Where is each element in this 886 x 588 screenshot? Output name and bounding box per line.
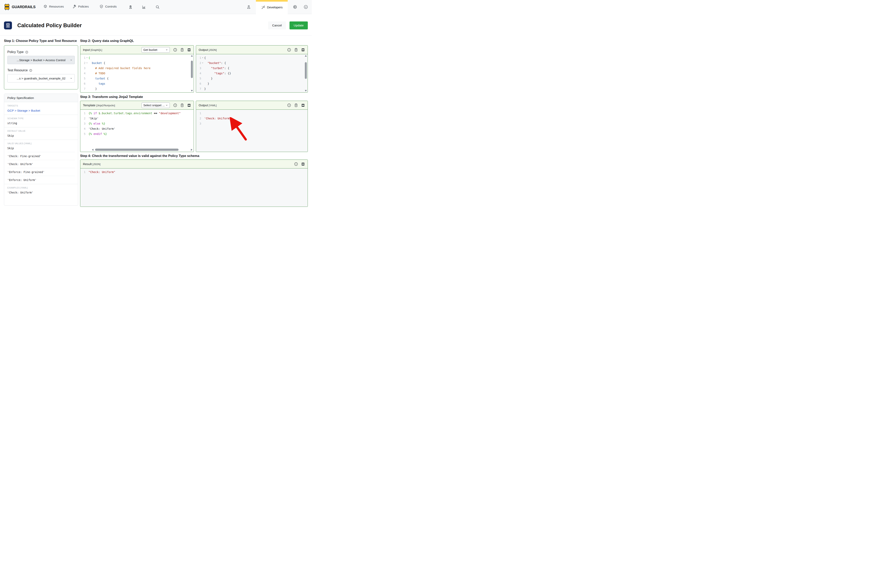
scroll-thumb[interactable] xyxy=(305,62,307,79)
chevron-down-circle-icon[interactable] xyxy=(304,5,308,9)
fold-arrow-icon[interactable]: ▾ xyxy=(201,60,204,66)
chevron-down-icon xyxy=(165,104,168,106)
scroll-right-arrow[interactable] xyxy=(191,149,193,151)
step1-heading: Step 1: Choose Policy Type and Test Reso… xyxy=(4,39,77,43)
header-divider xyxy=(0,35,312,36)
scroll-thumb[interactable] xyxy=(95,148,179,151)
policy-type-value: ...Storage > Bucket > Access Control xyxy=(17,58,65,62)
line-number: 1 xyxy=(80,111,86,116)
scroll-thumb[interactable] xyxy=(191,61,193,78)
line-number: 5 xyxy=(80,76,86,81)
vertical-scrollbar[interactable] xyxy=(305,55,307,92)
info-icon[interactable] xyxy=(287,48,291,52)
fold-gutter xyxy=(86,126,89,131)
policy-type-select[interactable]: ...Storage > Bucket > Access Control xyxy=(8,56,75,64)
scroll-up-arrow[interactable] xyxy=(191,55,193,57)
output-json-panel: Output[JSON] 1▾{2▾ "bucket": {3 "turbot"… xyxy=(196,45,308,93)
code-line: 3 # Add required bucket fields here xyxy=(80,66,194,71)
update-button[interactable]: Update xyxy=(289,21,308,29)
spec-value: 'Check: Uniform' xyxy=(8,191,75,194)
code-text: {% else %} xyxy=(89,121,194,126)
chevron-down-icon xyxy=(70,77,72,80)
vertical-scrollbar[interactable] xyxy=(191,55,193,92)
spec-label: SCHEMA TYPE xyxy=(8,117,75,120)
user-icon[interactable] xyxy=(247,5,251,9)
spec-label: TARGETS xyxy=(8,105,75,107)
fold-gutter xyxy=(201,116,204,121)
title-bar: Calculated Policy Builder Cancel Update xyxy=(4,21,308,29)
code-line: 1 xyxy=(196,111,308,116)
code-line: 1▾{ xyxy=(196,55,308,60)
scroll-left-arrow[interactable] xyxy=(92,149,93,151)
line-number: 5 xyxy=(80,131,86,136)
clipboard-icon[interactable] xyxy=(180,103,184,107)
code-text: } xyxy=(204,86,308,92)
policy-specification-card: Policy Specification TARGETSGCP > Storag… xyxy=(4,94,78,206)
line-number: 6 xyxy=(196,81,201,86)
code-text: tags xyxy=(89,81,194,86)
calculated-policy-builder-page: GUARDRAILS Resources Policies Controls D… xyxy=(0,0,312,207)
fold-arrow-icon[interactable]: ▾ xyxy=(86,55,89,60)
shield-check-icon xyxy=(99,4,104,9)
policy-specification-title: Policy Specification xyxy=(4,94,78,102)
guardrails-brand[interactable]: GUARDRAILS xyxy=(4,3,36,10)
spec-target-link[interactable]: GCP > Storage > Bucket xyxy=(8,109,75,112)
horizontal-scrollbar[interactable] xyxy=(92,148,193,151)
snippet-select-value: Select snippet ... xyxy=(143,104,165,107)
expand-panel-icon[interactable] xyxy=(301,48,305,52)
page-title: Calculated Policy Builder xyxy=(17,21,82,29)
scroll-down-arrow[interactable] xyxy=(305,90,307,92)
info-icon[interactable] xyxy=(173,103,177,107)
result-code: 1 "Check: Uniform" xyxy=(80,170,308,175)
step2-heading: Step 2: Query data using GraphQL xyxy=(80,39,134,43)
test-resource-select[interactable]: ...s > guardrails_bucket_example_02 xyxy=(8,74,75,82)
nav-policies[interactable]: Policies xyxy=(72,4,89,9)
scroll-down-arrow[interactable] xyxy=(191,90,193,92)
info-icon[interactable] xyxy=(294,162,298,166)
fold-gutter xyxy=(86,76,89,81)
gear-icon[interactable] xyxy=(293,5,297,9)
clipboard-icon[interactable] xyxy=(294,103,298,107)
query-snippet-select[interactable]: Get bucket xyxy=(141,47,170,52)
spec-label: EXAMPLES [YAML] xyxy=(8,186,75,189)
tab-developers[interactable]: Developers xyxy=(256,0,288,15)
top-navbar: GUARDRAILS Resources Policies Controls D… xyxy=(0,0,312,14)
json-output-viewer: 1▾{2▾ "bucket": {3 "turbot": {4 "tags": … xyxy=(196,54,308,92)
template-tag-text: [Jinja2/Nunjucks] xyxy=(96,104,115,107)
chevron-down-icon xyxy=(165,48,168,51)
code-text: "tags": {} xyxy=(204,71,308,76)
fold-arrow-icon[interactable]: ▾ xyxy=(86,60,89,66)
search-icon[interactable] xyxy=(155,5,159,9)
line-number: 4 xyxy=(196,71,201,76)
line-number: 7 xyxy=(196,86,201,92)
line-number: 3 xyxy=(80,66,86,71)
bar-chart-icon[interactable] xyxy=(142,5,146,9)
scroll-up-arrow[interactable] xyxy=(305,55,307,57)
code-text: 'Check: Uniform' xyxy=(89,126,194,131)
wrench-icon xyxy=(72,4,76,9)
input-panel-title: Input[GraphQL] xyxy=(83,48,102,52)
fold-gutter xyxy=(86,111,89,116)
graphql-editor[interactable]: 1▾{2▾ bucket {3 # Add required bucket fi… xyxy=(80,54,194,92)
info-icon[interactable] xyxy=(25,51,28,54)
info-icon[interactable] xyxy=(29,69,32,72)
code-line: 2▾ "bucket": { xyxy=(196,60,308,66)
clipboard-icon[interactable] xyxy=(294,48,298,52)
info-icon[interactable] xyxy=(287,103,291,107)
template-jinja2-panel: Template[Jinja2/Nunjucks] Select snippet… xyxy=(80,101,194,152)
clipboard-icon[interactable] xyxy=(180,48,184,52)
expand-panel-icon[interactable] xyxy=(187,103,191,107)
spec-value: string xyxy=(8,122,75,125)
nav-resources[interactable]: Resources xyxy=(44,4,64,9)
info-icon[interactable] xyxy=(173,48,177,52)
jinja2-editor[interactable]: 1 {% if $.bucket.turbot.tags.environment… xyxy=(80,110,194,152)
robot-icon[interactable] xyxy=(128,5,132,9)
snippet-select[interactable]: Select snippet ... xyxy=(141,102,170,108)
cancel-button[interactable]: Cancel xyxy=(268,21,286,29)
expand-panel-icon[interactable] xyxy=(187,48,191,52)
expand-panel-icon[interactable] xyxy=(301,162,305,166)
line-number: 2 xyxy=(196,116,201,121)
expand-panel-icon[interactable] xyxy=(301,103,305,107)
fold-arrow-icon[interactable]: ▾ xyxy=(201,55,204,60)
nav-controls[interactable]: Controls xyxy=(99,4,117,9)
